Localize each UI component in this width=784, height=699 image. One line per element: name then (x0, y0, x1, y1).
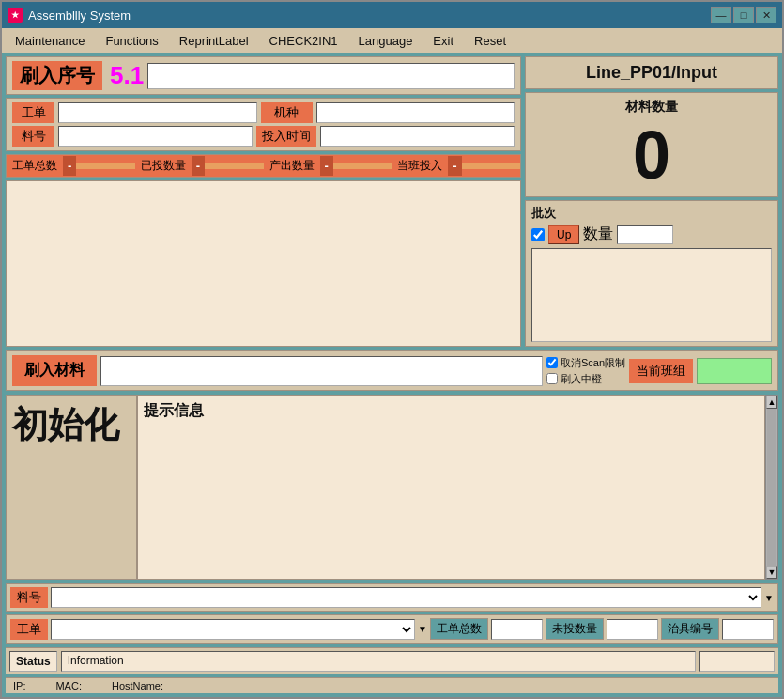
total-work-label: 工单总数 (430, 618, 488, 640)
current-shift-value (697, 358, 772, 384)
menu-reprintlabel[interactable]: ReprintLabel (170, 30, 258, 51)
material-count-box: 材料数量 0 (525, 92, 778, 197)
pause-input-checkbox[interactable] (546, 373, 558, 384)
pause-input-row: 刷入中橙 (546, 372, 625, 386)
checkbox-group: 取消Scan限制 刷入中橙 (546, 356, 625, 386)
menu-functions[interactable]: Functions (96, 30, 167, 51)
scan-input[interactable] (147, 63, 515, 89)
status-label: Status (16, 655, 51, 668)
input-time-input[interactable] (320, 126, 515, 147)
scan-material-row: 刷入材料 取消Scan限制 刷入中橙 当前班组 (6, 350, 778, 391)
restore-button[interactable]: □ (733, 7, 754, 23)
batch-section: 批次 Up 数量 (525, 200, 778, 347)
minimize-button[interactable]: — (711, 7, 731, 23)
total-label: 工单总数 (7, 155, 63, 177)
form-area: 工单 机种 料号 投入时间 (6, 98, 521, 151)
batch-row: Up 数量 (531, 225, 772, 244)
app-icon: ★ (8, 8, 23, 23)
uninput-label: 未投数量 (546, 618, 604, 640)
pause-input-label: 刷入中橙 (561, 372, 602, 386)
hostname-item: HostName: (112, 680, 165, 691)
title-bar-controls: — □ ✕ (711, 7, 776, 23)
status-bar: Status Information (6, 647, 778, 674)
sep2: - (192, 156, 205, 176)
current-shift-label: 当前班组 (629, 359, 693, 383)
window-title: Assembllly System (28, 8, 131, 23)
batch-up-btn[interactable]: Up (548, 225, 579, 244)
mac-item: MAC: (55, 680, 84, 691)
work-order-input[interactable] (58, 102, 257, 123)
cancel-scan-label: 取消Scan限制 (561, 356, 625, 370)
menu-reset[interactable]: Reset (465, 30, 515, 51)
total-val (76, 163, 134, 169)
batch-qty-input[interactable] (617, 225, 673, 244)
uninput-input[interactable] (607, 619, 658, 640)
scan-material-label: 刷入材料 (12, 355, 97, 386)
stats-row: 工单总数 - 已投数量 - 产出数量 - 当班投入 - (6, 154, 521, 178)
scan-material-input[interactable] (100, 356, 543, 386)
extra-status (699, 651, 775, 672)
title-bar-left: ★ Assembllly System (8, 8, 131, 23)
main-content: 刷入序号 5.1 工单 机种 料号 投入时间 (2, 53, 782, 697)
material-input[interactable] (58, 126, 253, 147)
scan-number: 5.1 (110, 61, 144, 90)
dropdown-arrow-icon: ▼ (764, 593, 774, 603)
right-panel: Line_PP01/Input 材料数量 0 批次 Up 数量 (525, 56, 778, 347)
input-label: 已投数量 (135, 155, 192, 177)
init-area: 初始化 (6, 395, 137, 580)
batch-checkbox[interactable] (531, 228, 545, 241)
mac-label: MAC: (55, 680, 82, 691)
sep3: - (320, 156, 333, 176)
bottom-controls: 料号 ▼ 工单 ▼ 工单总数 未投数量 治具编号 (6, 583, 778, 644)
output-label: 产出数量 (264, 155, 320, 177)
scan-label: 刷入序号 (12, 61, 102, 90)
large-textarea (6, 180, 521, 347)
material-no-select[interactable] (51, 587, 761, 608)
material-count-value: 0 (633, 117, 670, 193)
hint-label: 提示信息 (144, 401, 759, 421)
info-section: 初始化 提示信息 ▲ ▼ (6, 395, 778, 580)
fixture-input[interactable] (722, 619, 774, 640)
scan-row: 刷入序号 5.1 (6, 56, 521, 95)
batch-header: 批次 (531, 205, 772, 222)
close-button[interactable]: ✕ (756, 7, 776, 23)
menu-bar: Maintenance Functions ReprintLabel CHECK… (2, 28, 782, 53)
scroll-up-btn[interactable]: ▲ (766, 396, 777, 409)
sep4: - (448, 156, 461, 176)
scroll-down-btn[interactable]: ▼ (766, 566, 777, 579)
info-value: Information (61, 651, 696, 672)
material-count-label: 材料数量 (625, 97, 678, 117)
work-order-row-bottom: 工单 ▼ 工单总数 未投数量 治具编号 (6, 614, 778, 644)
cancel-scan-checkbox[interactable] (546, 357, 558, 368)
dropdown-arrow2-icon: ▼ (418, 624, 427, 634)
scrollbar: ▲ ▼ (765, 395, 778, 580)
scroll-track (767, 409, 776, 566)
work-order-label: 工单 (12, 102, 54, 123)
fixture-label: 治具编号 (661, 618, 719, 640)
shift-label: 当班投入 (392, 155, 448, 177)
output-val (333, 163, 392, 169)
shift-val (462, 163, 520, 169)
machine-input[interactable] (316, 102, 515, 123)
title-bar: ★ Assembllly System — □ ✕ (2, 2, 782, 28)
menu-exit[interactable]: Exit (423, 30, 463, 51)
ip-item: IP: (13, 680, 27, 691)
menu-maintenance[interactable]: Maintenance (6, 30, 94, 51)
work-order-select[interactable] (51, 619, 415, 640)
form-row-2: 料号 投入时间 (12, 126, 515, 147)
menu-language[interactable]: Language (349, 30, 423, 51)
machine-label: 机种 (261, 102, 313, 123)
hint-area: 提示信息 (137, 395, 765, 580)
material-label: 料号 (12, 126, 54, 147)
main-window: ★ Assembllly System — □ ✕ Maintenance Fu… (0, 0, 784, 699)
input-val (205, 163, 263, 169)
hostname-label: HostName: (112, 680, 163, 691)
line-title: Line_PP01/Input (525, 56, 778, 89)
material-no-label: 料号 (10, 587, 48, 608)
input-time-label: 投入时间 (256, 126, 316, 147)
total-work-input[interactable] (491, 619, 543, 640)
batch-list (531, 248, 772, 342)
cancel-scan-row: 取消Scan限制 (546, 356, 625, 370)
menu-check2in1[interactable]: CHECK2IN1 (260, 30, 347, 51)
material-no-row: 料号 ▼ (6, 583, 778, 612)
